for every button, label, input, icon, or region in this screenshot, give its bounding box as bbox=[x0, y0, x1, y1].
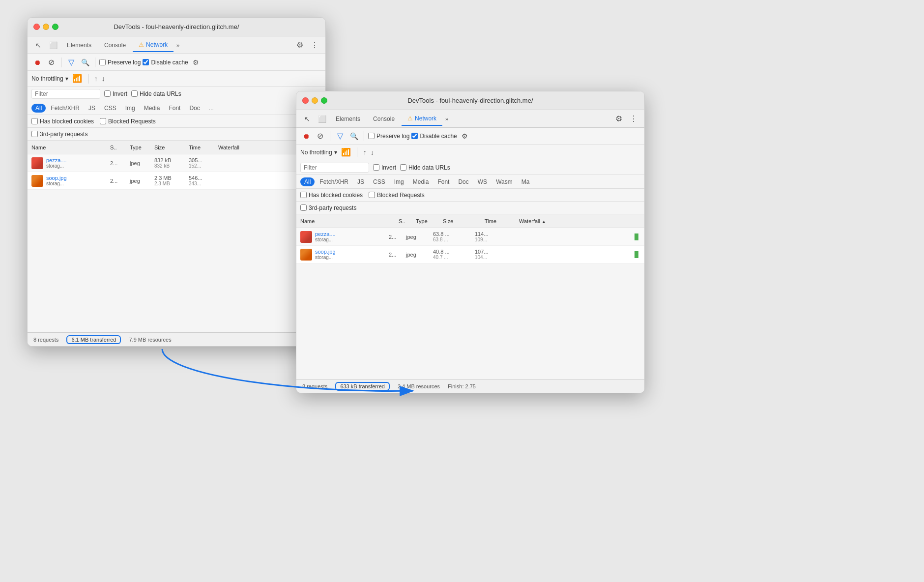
more-tabs-1[interactable]: » bbox=[174, 42, 181, 48]
inspect-icon-1[interactable]: ⬜ bbox=[46, 38, 60, 52]
inspect-icon-2[interactable]: ⬜ bbox=[315, 112, 329, 126]
record-button-2[interactable]: ⏺ bbox=[300, 130, 312, 142]
minimize-button-2[interactable] bbox=[312, 97, 318, 104]
col-header-type-2: Type bbox=[416, 218, 443, 224]
filter-tab-img-1[interactable]: Img bbox=[121, 104, 139, 113]
settings-icon-2[interactable]: ⚙ bbox=[612, 112, 626, 126]
filter-tab-ma-2[interactable]: Ma bbox=[518, 177, 534, 186]
more-tabs-2[interactable]: » bbox=[443, 116, 450, 122]
tab-network-2[interactable]: ⚠ Network bbox=[402, 112, 442, 126]
settings-icon-1[interactable]: ⚙ bbox=[293, 38, 307, 52]
filter-tab-font-1[interactable]: Font bbox=[165, 104, 184, 113]
filter-input-2[interactable] bbox=[300, 163, 369, 173]
maximize-button-2[interactable] bbox=[321, 97, 327, 104]
row-type-1a: jpeg bbox=[130, 160, 154, 166]
table-row-2b[interactable]: soop.jpg storag... 2... jpeg 40.8 ... 40… bbox=[296, 246, 644, 263]
hide-data-urls-label-1[interactable]: Hide data URLs bbox=[131, 90, 181, 97]
more-options-icon-2[interactable]: ⋮ bbox=[627, 112, 640, 126]
filter-button-1[interactable]: ▽ bbox=[65, 57, 77, 68]
filter-tab-fetch-1[interactable]: Fetch/XHR bbox=[47, 104, 84, 113]
minimize-button-1[interactable] bbox=[43, 24, 49, 30]
disable-cache-label-1[interactable]: Disable cache bbox=[143, 59, 188, 66]
network-gear-icon-1[interactable]: ⚙ bbox=[190, 57, 202, 68]
cursor-icon-1[interactable]: ↖ bbox=[31, 38, 45, 52]
blocked-requests-checkbox-2[interactable] bbox=[369, 192, 375, 198]
col-header-name-2: Name bbox=[300, 218, 399, 224]
filter-tab-fetch-2[interactable]: Fetch/XHR bbox=[316, 177, 352, 186]
invert-checkbox-2[interactable] bbox=[373, 164, 379, 171]
invert-checkbox-1[interactable] bbox=[104, 90, 111, 97]
upload-icon-2[interactable]: ↑ bbox=[363, 148, 367, 156]
close-button-1[interactable] bbox=[33, 24, 40, 30]
filter-tab-js-1[interactable]: JS bbox=[85, 104, 99, 113]
table-row-2a[interactable]: pezza.... storag... 2... jpeg 63.8 ... 6… bbox=[296, 228, 644, 246]
blocked-requests-checkbox-1[interactable] bbox=[100, 118, 106, 124]
filter-tab-media-2[interactable]: Media bbox=[409, 177, 433, 186]
filter-tab-font-2[interactable]: Font bbox=[433, 177, 453, 186]
preserve-log-label-2[interactable]: Preserve log bbox=[368, 133, 409, 140]
filter-tab-ws-2[interactable]: WS bbox=[474, 177, 491, 186]
disable-cache-checkbox-1[interactable] bbox=[143, 59, 149, 65]
upload-icon-1[interactable]: ↑ bbox=[94, 75, 98, 83]
disable-cache-label-2[interactable]: Disable cache bbox=[411, 133, 457, 140]
invert-label-2[interactable]: Invert bbox=[373, 164, 396, 171]
cursor-icon-2[interactable]: ↖ bbox=[300, 112, 314, 126]
hide-data-urls-checkbox-1[interactable] bbox=[131, 90, 138, 97]
filter-tab-all-1[interactable]: All bbox=[31, 104, 46, 113]
close-button-2[interactable] bbox=[302, 97, 309, 104]
throttle-select-2[interactable]: No throttling ▾ bbox=[300, 149, 337, 156]
filter-tab-img-2[interactable]: Img bbox=[390, 177, 408, 186]
tab-console-1[interactable]: Console bbox=[98, 38, 132, 52]
blocked-cookies-checkbox-2[interactable] bbox=[300, 192, 307, 198]
filter-tab-doc-2[interactable]: Doc bbox=[454, 177, 472, 186]
preserve-log-label-1[interactable]: Preserve log bbox=[99, 59, 141, 66]
hide-data-urls-checkbox-2[interactable] bbox=[400, 164, 406, 171]
filter-tab-js-2[interactable]: JS bbox=[353, 177, 368, 186]
network-gear-icon-2[interactable]: ⚙ bbox=[459, 130, 471, 142]
filter-tab-media-1[interactable]: Media bbox=[140, 104, 164, 113]
download-icon-2[interactable]: ↓ bbox=[371, 148, 374, 156]
filter-tab-css-2[interactable]: CSS bbox=[369, 177, 389, 186]
filter-tab-doc-1[interactable]: Doc bbox=[185, 104, 203, 113]
third-party-checkbox-1[interactable] bbox=[31, 131, 38, 137]
search-button-1[interactable]: 🔍 bbox=[79, 57, 91, 68]
invert-label-1[interactable]: Invert bbox=[104, 90, 127, 97]
preserve-log-checkbox-2[interactable] bbox=[368, 133, 375, 139]
third-party-label-1[interactable]: 3rd-party requests bbox=[31, 131, 87, 138]
disable-cache-checkbox-2[interactable] bbox=[411, 133, 418, 139]
col-header-size-1: Size bbox=[154, 145, 189, 150]
third-party-checkbox-2[interactable] bbox=[300, 204, 307, 211]
blocked-cookies-label-1[interactable]: Has blocked cookies bbox=[31, 118, 94, 125]
tab-elements-2[interactable]: Elements bbox=[330, 112, 366, 126]
blocked-requests-label-1[interactable]: Blocked Requests bbox=[100, 118, 156, 125]
maximize-button-1[interactable] bbox=[52, 24, 58, 30]
filter-tab-all-2[interactable]: All bbox=[300, 177, 315, 186]
blocked-cookies-checkbox-1[interactable] bbox=[31, 118, 38, 124]
titlebar-1: DevTools - foul-heavenly-direction.glitc… bbox=[28, 18, 325, 36]
tab-console-2[interactable]: Console bbox=[367, 112, 401, 126]
search-button-2[interactable]: 🔍 bbox=[348, 130, 360, 142]
table-row-1a[interactable]: pezza.... storag... 2... jpeg 832 kB 832… bbox=[28, 154, 325, 172]
more-options-icon-1[interactable]: ⋮ bbox=[308, 38, 321, 52]
row-status-1b: 2... bbox=[110, 178, 130, 184]
hide-data-urls-label-2[interactable]: Hide data URLs bbox=[400, 164, 450, 171]
throttle-select-1[interactable]: No throttling ▾ bbox=[31, 75, 68, 82]
filter-button-2[interactable]: ▽ bbox=[334, 130, 346, 142]
filter-tab-css-1[interactable]: CSS bbox=[100, 104, 120, 113]
download-icon-1[interactable]: ↓ bbox=[102, 75, 105, 83]
table-row-1b[interactable]: soop.jpg storag... 2... jpeg 2.3 MB 2.3 … bbox=[28, 172, 325, 190]
blocked-requests-label-2[interactable]: Blocked Requests bbox=[369, 192, 425, 199]
record-button-1[interactable]: ⏺ bbox=[31, 57, 43, 68]
tab-elements-1[interactable]: Elements bbox=[61, 38, 97, 52]
filter-input-1[interactable] bbox=[31, 89, 100, 99]
blocked-cookies-label-2[interactable]: Has blocked cookies bbox=[300, 192, 363, 199]
table-header-2: Name S.. Type Size Time Waterfall ▲ bbox=[296, 214, 644, 228]
clear-button-1[interactable]: ⊘ bbox=[45, 57, 57, 68]
tab-network-1[interactable]: ⚠ Network bbox=[133, 38, 173, 52]
third-party-label-2[interactable]: 3rd-party requests bbox=[300, 204, 356, 211]
filter-tab-ws-1[interactable]: ... bbox=[205, 104, 218, 113]
clear-button-2[interactable]: ⊘ bbox=[314, 130, 326, 142]
filter-tab-wasm-2[interactable]: Wasm bbox=[492, 177, 517, 186]
row-size-1b: 2.3 MB 2.3 MB bbox=[154, 175, 189, 186]
preserve-log-checkbox-1[interactable] bbox=[99, 59, 106, 65]
